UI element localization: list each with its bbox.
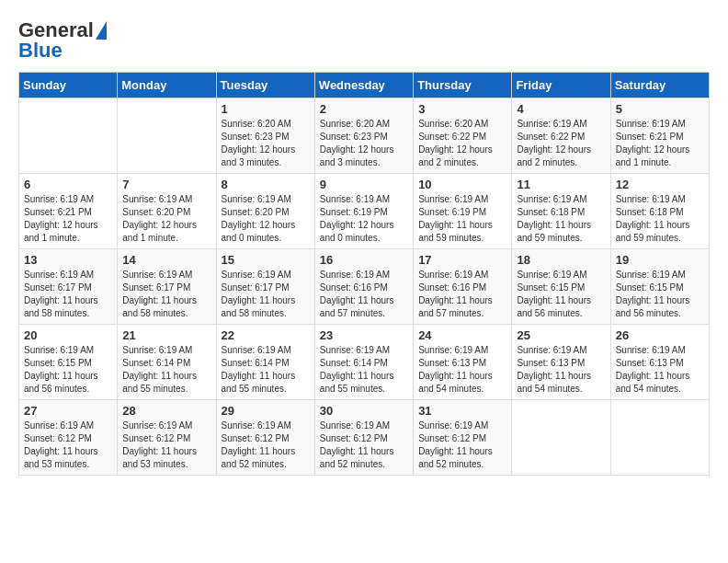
day-number: 11 <box>517 178 605 191</box>
day-number: 13 <box>24 253 112 267</box>
calendar-cell: 18Sunrise: 6:19 AM Sunset: 6:15 PM Dayli… <box>512 249 610 325</box>
calendar-cell: 25Sunrise: 6:19 AM Sunset: 6:13 PM Dayli… <box>512 325 610 400</box>
day-number: 10 <box>418 178 506 191</box>
day-number: 27 <box>24 404 112 418</box>
day-number: 5 <box>616 102 704 116</box>
calendar-cell: 20Sunrise: 6:19 AM Sunset: 6:15 PM Dayli… <box>19 325 118 400</box>
day-number: 19 <box>616 253 704 267</box>
day-header-tuesday: Tuesday <box>216 73 314 98</box>
day-info: Sunrise: 6:19 AM Sunset: 6:14 PM Dayligh… <box>122 344 210 396</box>
day-info: Sunrise: 6:20 AM Sunset: 6:22 PM Dayligh… <box>418 118 506 169</box>
calendar-week-2: 6Sunrise: 6:19 AM Sunset: 6:21 PM Daylig… <box>19 174 710 249</box>
day-number: 15 <box>222 253 310 267</box>
calendar-cell: 31Sunrise: 6:19 AM Sunset: 6:12 PM Dayli… <box>414 400 512 476</box>
day-info: Sunrise: 6:19 AM Sunset: 6:14 PM Dayligh… <box>222 344 310 396</box>
day-header-wednesday: Wednesday <box>314 73 413 98</box>
calendar-cell: 30Sunrise: 6:19 AM Sunset: 6:12 PM Dayli… <box>314 400 413 476</box>
calendar-week-1: 1Sunrise: 6:20 AM Sunset: 6:23 PM Daylig… <box>19 98 710 174</box>
calendar-cell: 15Sunrise: 6:19 AM Sunset: 6:17 PM Dayli… <box>216 249 314 325</box>
day-info: Sunrise: 6:19 AM Sunset: 6:17 PM Dayligh… <box>222 269 310 320</box>
calendar-body: 1Sunrise: 6:20 AM Sunset: 6:23 PM Daylig… <box>19 98 710 476</box>
day-number: 24 <box>418 328 506 342</box>
calendar-cell <box>610 400 709 476</box>
day-info: Sunrise: 6:19 AM Sunset: 6:18 PM Dayligh… <box>517 193 605 245</box>
calendar-cell: 21Sunrise: 6:19 AM Sunset: 6:14 PM Dayli… <box>118 325 216 400</box>
day-info: Sunrise: 6:19 AM Sunset: 6:19 PM Dayligh… <box>320 193 408 245</box>
page-header: General Blue <box>18 18 710 63</box>
day-info: Sunrise: 6:19 AM Sunset: 6:13 PM Dayligh… <box>517 344 605 396</box>
day-number: 12 <box>616 178 704 191</box>
logo: General Blue <box>18 18 107 63</box>
logo-blue: Blue <box>18 39 63 63</box>
day-info: Sunrise: 6:19 AM Sunset: 6:12 PM Dayligh… <box>122 419 210 471</box>
calendar-week-3: 13Sunrise: 6:19 AM Sunset: 6:17 PM Dayli… <box>19 249 710 325</box>
calendar-cell: 7Sunrise: 6:19 AM Sunset: 6:20 PM Daylig… <box>118 174 216 249</box>
calendar-cell: 12Sunrise: 6:19 AM Sunset: 6:18 PM Dayli… <box>610 174 709 249</box>
calendar-cell: 19Sunrise: 6:19 AM Sunset: 6:15 PM Dayli… <box>610 249 709 325</box>
day-number: 23 <box>320 328 408 342</box>
calendar-cell: 16Sunrise: 6:19 AM Sunset: 6:16 PM Dayli… <box>314 249 413 325</box>
calendar-cell: 27Sunrise: 6:19 AM Sunset: 6:12 PM Dayli… <box>19 400 118 476</box>
calendar-cell: 24Sunrise: 6:19 AM Sunset: 6:13 PM Dayli… <box>414 325 512 400</box>
calendar-cell: 8Sunrise: 6:19 AM Sunset: 6:20 PM Daylig… <box>216 174 314 249</box>
day-header-sunday: Sunday <box>19 73 118 98</box>
calendar-cell <box>19 98 118 174</box>
calendar-cell: 13Sunrise: 6:19 AM Sunset: 6:17 PM Dayli… <box>19 249 118 325</box>
day-number: 28 <box>122 404 210 418</box>
day-info: Sunrise: 6:19 AM Sunset: 6:16 PM Dayligh… <box>418 269 506 320</box>
day-number: 20 <box>24 328 112 342</box>
day-header-friday: Friday <box>512 73 610 98</box>
calendar-cell <box>512 400 610 476</box>
calendar-cell: 22Sunrise: 6:19 AM Sunset: 6:14 PM Dayli… <box>216 325 314 400</box>
day-info: Sunrise: 6:20 AM Sunset: 6:23 PM Dayligh… <box>320 118 408 169</box>
calendar-cell: 4Sunrise: 6:19 AM Sunset: 6:22 PM Daylig… <box>512 98 610 174</box>
calendar-cell: 23Sunrise: 6:19 AM Sunset: 6:14 PM Dayli… <box>314 325 413 400</box>
calendar-cell: 2Sunrise: 6:20 AM Sunset: 6:23 PM Daylig… <box>314 98 413 174</box>
day-number: 22 <box>222 328 310 342</box>
day-number: 14 <box>122 253 210 267</box>
day-info: Sunrise: 6:19 AM Sunset: 6:17 PM Dayligh… <box>122 269 210 320</box>
calendar-cell: 26Sunrise: 6:19 AM Sunset: 6:13 PM Dayli… <box>610 325 709 400</box>
day-number: 29 <box>222 404 310 418</box>
day-number: 31 <box>418 404 506 418</box>
day-number: 4 <box>517 102 605 116</box>
day-number: 1 <box>222 102 310 116</box>
calendar-header-row: SundayMondayTuesdayWednesdayThursdayFrid… <box>19 73 710 98</box>
day-info: Sunrise: 6:19 AM Sunset: 6:12 PM Dayligh… <box>24 419 112 471</box>
day-number: 8 <box>222 178 310 191</box>
calendar-cell: 10Sunrise: 6:19 AM Sunset: 6:19 PM Dayli… <box>414 174 512 249</box>
day-info: Sunrise: 6:19 AM Sunset: 6:12 PM Dayligh… <box>320 419 408 471</box>
day-info: Sunrise: 6:19 AM Sunset: 6:15 PM Dayligh… <box>517 269 605 320</box>
day-number: 9 <box>320 178 408 191</box>
day-info: Sunrise: 6:19 AM Sunset: 6:15 PM Dayligh… <box>616 269 704 320</box>
calendar-week-5: 27Sunrise: 6:19 AM Sunset: 6:12 PM Dayli… <box>19 400 710 476</box>
day-info: Sunrise: 6:19 AM Sunset: 6:12 PM Dayligh… <box>222 419 310 471</box>
calendar-cell: 11Sunrise: 6:19 AM Sunset: 6:18 PM Dayli… <box>512 174 610 249</box>
day-number: 3 <box>418 102 506 116</box>
calendar-cell: 28Sunrise: 6:19 AM Sunset: 6:12 PM Dayli… <box>118 400 216 476</box>
calendar-cell: 17Sunrise: 6:19 AM Sunset: 6:16 PM Dayli… <box>414 249 512 325</box>
calendar-table: SundayMondayTuesdayWednesdayThursdayFrid… <box>18 72 710 476</box>
day-number: 30 <box>320 404 408 418</box>
day-info: Sunrise: 6:19 AM Sunset: 6:15 PM Dayligh… <box>24 344 112 396</box>
calendar-cell <box>118 98 216 174</box>
day-info: Sunrise: 6:19 AM Sunset: 6:17 PM Dayligh… <box>24 269 112 320</box>
day-info: Sunrise: 6:19 AM Sunset: 6:13 PM Dayligh… <box>418 344 506 396</box>
calendar-cell: 9Sunrise: 6:19 AM Sunset: 6:19 PM Daylig… <box>314 174 413 249</box>
calendar-cell: 6Sunrise: 6:19 AM Sunset: 6:21 PM Daylig… <box>19 174 118 249</box>
day-number: 18 <box>517 253 605 267</box>
day-info: Sunrise: 6:19 AM Sunset: 6:21 PM Dayligh… <box>616 118 704 169</box>
day-number: 25 <box>517 328 605 342</box>
calendar-cell: 5Sunrise: 6:19 AM Sunset: 6:21 PM Daylig… <box>610 98 709 174</box>
calendar-cell: 1Sunrise: 6:20 AM Sunset: 6:23 PM Daylig… <box>216 98 314 174</box>
day-header-monday: Monday <box>118 73 216 98</box>
day-info: Sunrise: 6:19 AM Sunset: 6:20 PM Dayligh… <box>122 193 210 245</box>
day-info: Sunrise: 6:19 AM Sunset: 6:21 PM Dayligh… <box>24 193 112 245</box>
day-number: 21 <box>122 328 210 342</box>
day-number: 7 <box>122 178 210 191</box>
calendar-cell: 29Sunrise: 6:19 AM Sunset: 6:12 PM Dayli… <box>216 400 314 476</box>
day-info: Sunrise: 6:19 AM Sunset: 6:19 PM Dayligh… <box>418 193 506 245</box>
day-info: Sunrise: 6:19 AM Sunset: 6:20 PM Dayligh… <box>222 193 310 245</box>
day-info: Sunrise: 6:19 AM Sunset: 6:12 PM Dayligh… <box>418 419 506 471</box>
logo-triangle-icon <box>96 21 107 40</box>
